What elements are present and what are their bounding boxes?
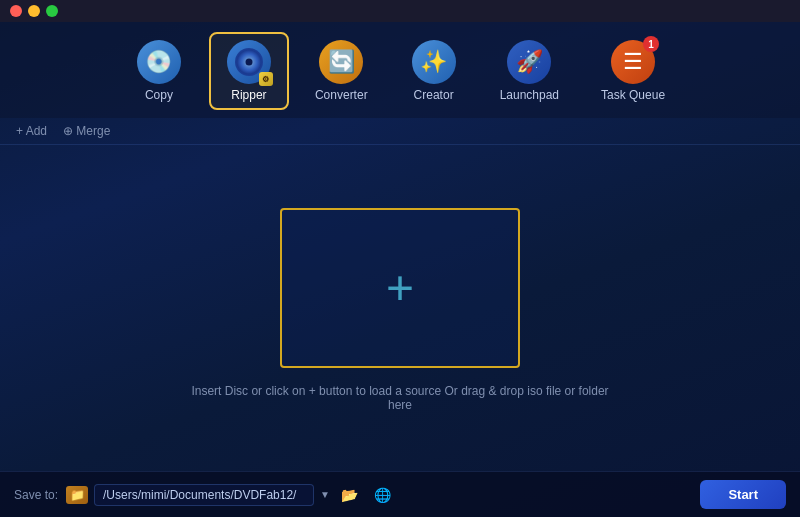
nav-item-converter[interactable]: 🔄 Converter bbox=[299, 32, 384, 110]
nav-item-launchpad[interactable]: 🚀 Launchpad bbox=[484, 32, 575, 110]
title-bar bbox=[0, 0, 800, 22]
merge-button[interactable]: ⊕ Merge bbox=[63, 124, 110, 138]
disc-icon bbox=[235, 48, 263, 76]
nav-bar: 💿 Copy ⚙ Ripper 🔄 Converter ✨ Creator 🚀 … bbox=[0, 22, 800, 118]
nav-item-ripper[interactable]: ⚙ Ripper bbox=[209, 32, 289, 110]
save-to-label: Save to: bbox=[14, 488, 58, 502]
add-button[interactable]: + Add bbox=[16, 124, 47, 138]
launchpad-icon: 🚀 bbox=[507, 40, 551, 84]
footer: Save to: 📁 ▼ 📂 🌐 Start bbox=[0, 471, 800, 517]
nav-item-copy[interactable]: 💿 Copy bbox=[119, 32, 199, 110]
footer-path-area: 📁 ▼ 📂 🌐 bbox=[66, 484, 692, 506]
copy-icon: 💿 bbox=[137, 40, 181, 84]
path-input[interactable] bbox=[94, 484, 314, 506]
start-button[interactable]: Start bbox=[700, 480, 786, 509]
nav-label-ripper: Ripper bbox=[231, 88, 266, 102]
nav-item-creator[interactable]: ✨ Creator bbox=[394, 32, 474, 110]
nav-label-taskqueue: Task Queue bbox=[601, 88, 665, 102]
converter-icon: 🔄 bbox=[319, 40, 363, 84]
nav-label-copy: Copy bbox=[145, 88, 173, 102]
browse-folder-button[interactable]: 📂 bbox=[336, 485, 363, 505]
main-content: + Insert Disc or click on + button to lo… bbox=[0, 145, 800, 475]
close-button[interactable] bbox=[10, 5, 22, 17]
minimize-button[interactable] bbox=[28, 5, 40, 17]
ripper-badge: ⚙ bbox=[259, 72, 273, 86]
toolbar: + Add ⊕ Merge bbox=[0, 118, 800, 145]
nav-item-taskqueue[interactable]: ☰ 1 Task Queue bbox=[585, 32, 681, 110]
drop-zone[interactable]: + bbox=[280, 208, 520, 368]
nav-label-launchpad: Launchpad bbox=[500, 88, 559, 102]
ripper-icon: ⚙ bbox=[227, 40, 271, 84]
traffic-lights bbox=[10, 5, 58, 17]
dropdown-arrow-icon[interactable]: ▼ bbox=[320, 489, 330, 500]
drop-zone-plus-icon: + bbox=[386, 264, 414, 312]
drop-hint-text: Insert Disc or click on + button to load… bbox=[190, 384, 610, 412]
creator-icon: ✨ bbox=[412, 40, 456, 84]
folder-icon: 📁 bbox=[66, 486, 88, 504]
globe-button[interactable]: 🌐 bbox=[369, 485, 396, 505]
nav-label-creator: Creator bbox=[414, 88, 454, 102]
taskqueue-badge: 1 bbox=[643, 36, 659, 52]
nav-label-converter: Converter bbox=[315, 88, 368, 102]
taskqueue-icon: ☰ 1 bbox=[611, 40, 655, 84]
maximize-button[interactable] bbox=[46, 5, 58, 17]
